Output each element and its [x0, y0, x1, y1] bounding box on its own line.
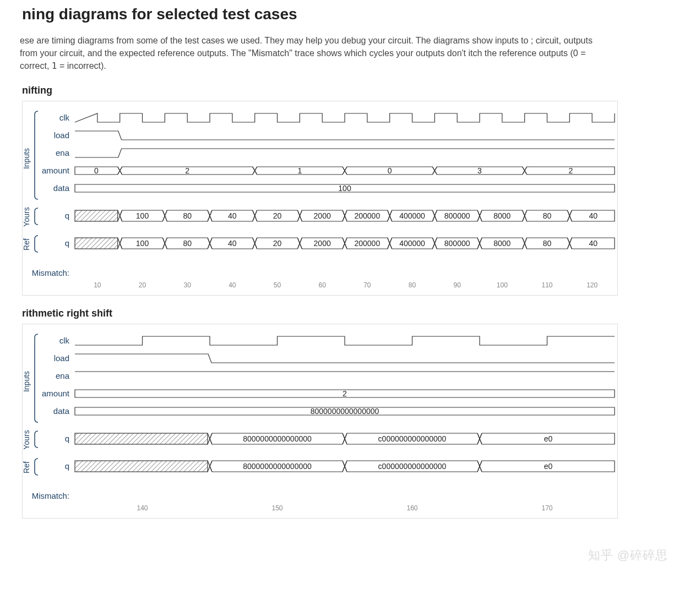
svg-text:200000: 200000	[354, 211, 380, 220]
svg-rect-70	[75, 461, 208, 472]
svg-rect-29	[75, 238, 118, 249]
timing-diagram-shifting: clkloadenaamount021032data100Inputsq1008…	[22, 101, 618, 296]
svg-text:160: 160	[406, 504, 417, 512]
svg-text:q: q	[65, 461, 69, 471]
svg-text:amount: amount	[42, 389, 70, 398]
svg-text:clk: clk	[59, 113, 70, 122]
svg-text:80: 80	[543, 211, 552, 220]
svg-text:q: q	[65, 238, 69, 248]
svg-text:Yours: Yours	[22, 207, 31, 226]
svg-text:40: 40	[589, 211, 597, 220]
svg-text:100: 100	[136, 239, 149, 248]
svg-text:2: 2	[568, 166, 573, 175]
svg-text:load: load	[54, 130, 69, 140]
svg-text:Yours: Yours	[22, 430, 31, 449]
svg-text:0: 0	[94, 166, 99, 175]
svg-text:140: 140	[137, 504, 148, 512]
svg-text:8000000000000000: 8000000000000000	[243, 462, 312, 471]
svg-text:100: 100	[338, 184, 351, 193]
intro-paragraph: ese are timing diagrams from some of the…	[20, 34, 604, 73]
svg-text:60: 60	[318, 281, 326, 289]
page-title: ning diagrams for selected test cases	[22, 6, 679, 23]
svg-text:40: 40	[589, 239, 597, 248]
svg-text:2000: 2000	[314, 239, 331, 248]
svg-text:3: 3	[477, 166, 482, 175]
svg-text:q: q	[65, 211, 69, 220]
svg-text:ena: ena	[56, 371, 70, 380]
svg-text:120: 120	[586, 281, 597, 289]
svg-text:170: 170	[541, 504, 552, 512]
svg-text:90: 90	[453, 281, 461, 289]
svg-text:2: 2	[185, 166, 189, 175]
svg-text:150: 150	[271, 504, 283, 512]
svg-text:0: 0	[388, 166, 392, 175]
svg-text:40: 40	[229, 281, 236, 289]
svg-text:1: 1	[297, 166, 302, 175]
svg-text:80: 80	[183, 239, 192, 248]
svg-text:data: data	[53, 406, 70, 416]
svg-text:q: q	[65, 434, 69, 443]
svg-text:2: 2	[343, 389, 347, 398]
svg-text:Mismatch:: Mismatch:	[32, 268, 69, 277]
svg-text:800000: 800000	[444, 239, 470, 248]
svg-text:c000000000000000: c000000000000000	[378, 462, 447, 471]
svg-text:80: 80	[409, 281, 416, 289]
svg-text:40: 40	[228, 211, 237, 220]
svg-text:Inputs: Inputs	[22, 370, 31, 391]
svg-text:400000: 400000	[399, 239, 425, 248]
svg-text:50: 50	[274, 281, 281, 289]
svg-text:amount: amount	[42, 166, 70, 175]
svg-text:8000000000000000: 8000000000000000	[311, 407, 379, 416]
svg-text:8000000000000000: 8000000000000000	[243, 434, 312, 443]
svg-text:ena: ena	[56, 148, 70, 157]
svg-text:20: 20	[273, 211, 282, 220]
svg-text:Mismatch:: Mismatch:	[32, 491, 69, 500]
svg-text:10: 10	[94, 281, 101, 289]
svg-text:Ref: Ref	[22, 461, 31, 473]
svg-text:80: 80	[183, 211, 192, 220]
svg-text:Ref: Ref	[22, 238, 31, 250]
svg-text:load: load	[54, 353, 69, 363]
svg-text:800000: 800000	[444, 211, 470, 220]
svg-text:40: 40	[228, 239, 237, 248]
svg-rect-64	[75, 433, 208, 444]
svg-text:110: 110	[541, 281, 552, 289]
svg-text:c000000000000000: c000000000000000	[378, 434, 447, 443]
svg-text:8000: 8000	[493, 211, 510, 220]
svg-text:data: data	[53, 183, 70, 193]
svg-text:200000: 200000	[354, 239, 380, 248]
timing-diagram-arithmetic-right-shift: clkloadenaamount2data8000000000000000Inp…	[22, 324, 618, 519]
svg-text:100: 100	[497, 281, 508, 289]
svg-text:400000: 400000	[399, 211, 425, 220]
svg-text:2000: 2000	[314, 211, 331, 220]
svg-text:20: 20	[273, 239, 282, 248]
svg-text:8000: 8000	[493, 239, 510, 248]
svg-text:clk: clk	[59, 336, 70, 345]
diagram2-title: rithmetic right shift	[22, 308, 679, 319]
svg-text:80: 80	[543, 239, 552, 248]
svg-text:Inputs: Inputs	[22, 148, 31, 168]
svg-text:20: 20	[139, 281, 146, 289]
watermark: 知乎 @碎碎思	[588, 547, 668, 564]
svg-text:100: 100	[136, 211, 149, 220]
diagram1-title: nifting	[22, 85, 679, 96]
svg-text:70: 70	[363, 281, 371, 289]
svg-text:30: 30	[183, 281, 191, 289]
svg-rect-15	[75, 210, 118, 221]
svg-text:e0: e0	[544, 434, 553, 443]
svg-text:e0: e0	[544, 462, 553, 471]
